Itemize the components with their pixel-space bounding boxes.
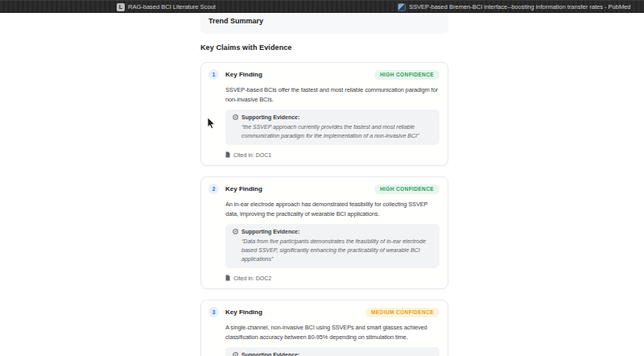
trend-summary-title: Trend Summary [208, 17, 263, 25]
document-icon [225, 275, 230, 281]
evidence-label: Supporting Evidence: [242, 114, 299, 120]
window-tab-pubmed[interactable]: SSVEP-based Bremen-BCI interface--boosti… [398, 1, 631, 13]
confidence-badge: HIGH CONFIDENCE [374, 70, 440, 80]
claim-number-badge: 2 [208, 184, 219, 194]
claim-text: An in-ear electrode approach has demonst… [225, 200, 440, 219]
evidence-box: Supporting Evidence: “Data from five par… [225, 224, 440, 268]
pubmed-icon [398, 3, 406, 11]
key-finding-card: 1 Key Finding HIGH CONFIDENCE SSVEP-base… [200, 62, 448, 166]
citation-row: Cited in: DOC1 [225, 151, 440, 158]
evidence-quote: “the SSVEP approach currently provides t… [242, 122, 432, 140]
evidence-label: Supporting Evidence: [242, 229, 299, 234]
claim-number-badge: 3 [208, 307, 219, 317]
citation-row: Cited in: DOC2 [225, 275, 440, 281]
document-icon [225, 151, 230, 158]
key-finding-card: 3 Key Finding MEDIUM CONFIDENCE A single… [200, 300, 448, 356]
claim-text: SSVEP-based BCIs offer the fastest and m… [225, 85, 440, 105]
section-heading: Key Claims with Evidence [200, 43, 448, 52]
confidence-badge: HIGH CONFIDENCE [374, 184, 440, 194]
key-finding-card: 2 Key Finding HIGH CONFIDENCE An in-ear … [200, 176, 448, 289]
app-l-icon: L [117, 3, 125, 11]
claim-text: A single-channel, non-invasive BCI using… [225, 323, 440, 342]
card-title: Key Finding [225, 71, 262, 78]
evidence-header: Supporting Evidence: [233, 352, 432, 356]
window-titlebar: L RAG-based BCI Literature Scout SSVEP-b… [0, 0, 644, 13]
evidence-ring-icon [233, 352, 238, 356]
evidence-header: Supporting Evidence: [233, 114, 432, 120]
card-header: 2 Key Finding HIGH CONFIDENCE [208, 184, 440, 194]
confidence-badge: MEDIUM CONFIDENCE [365, 308, 440, 317]
claim-number-badge: 1 [208, 69, 219, 80]
card-header: 3 Key Finding MEDIUM CONFIDENCE [208, 307, 440, 317]
evidence-label: Supporting Evidence: [242, 352, 299, 356]
evidence-header: Supporting Evidence: [233, 229, 432, 234]
evidence-quote: “Data from five participants demonstrate… [242, 237, 432, 263]
evidence-ring-icon [233, 229, 238, 234]
evidence-ring-icon [233, 114, 238, 120]
window-tab-literature-scout[interactable]: L RAG-based BCI Literature Scout [117, 1, 216, 13]
card-header: 1 Key Finding HIGH CONFIDENCE [208, 69, 440, 80]
main-content: Trend Summary Key Claims with Evidence 1… [200, 13, 448, 356]
evidence-box: Supporting Evidence: “The classification… [225, 347, 440, 356]
card-title: Key Finding [225, 185, 262, 192]
screen: L RAG-based BCI Literature Scout SSVEP-b… [0, 0, 644, 356]
window-title: SSVEP-based Bremen-BCI interface--boosti… [409, 3, 631, 10]
evidence-box: Supporting Evidence: “the SSVEP approach… [225, 110, 440, 145]
trend-summary-header[interactable]: Trend Summary [200, 13, 448, 34]
card-title: Key Finding [225, 308, 262, 316]
cited-in-label: Cited in: DOC2 [233, 275, 271, 281]
cited-in-label: Cited in: DOC1 [233, 152, 271, 158]
window-title: RAG-based BCI Literature Scout [128, 3, 216, 10]
